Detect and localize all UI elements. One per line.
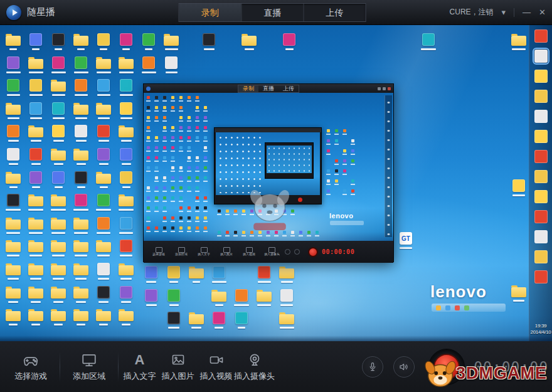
desktop-icon: [72, 286, 90, 303]
microphone-icon: [367, 361, 378, 373]
text-icon: A: [135, 351, 145, 369]
watermark-text: 3DMGAME: [456, 364, 547, 383]
desktop-icon: [509, 179, 528, 196]
desktop-icon: [94, 240, 113, 257]
select-game-button[interactable]: 选择游戏: [4, 345, 58, 389]
desktop-icon: [72, 309, 90, 326]
desktop-icon: [26, 125, 45, 142]
insert-video-button[interactable]: 插入视频: [197, 345, 235, 389]
desktop-icon: [187, 266, 206, 283]
desktop-icon: [4, 125, 23, 142]
desktop-icon: [72, 148, 90, 165]
desktop-icon: [277, 289, 296, 306]
desktop-icon: [49, 56, 68, 73]
app-title: 随星播: [27, 6, 55, 18]
desktop-icon: [164, 289, 183, 306]
desktop-icon: [26, 102, 45, 119]
desktop-icon: [94, 33, 113, 50]
desktop-icon: [49, 217, 68, 234]
desktop-icon: [26, 240, 45, 257]
capture-preview: GT lenovo 录制 直播 上传: [0, 25, 552, 341]
dock-icon: [534, 70, 548, 83]
desktop-icon: [117, 217, 135, 234]
desktop-icon: [117, 286, 135, 303]
microphone-button[interactable]: [362, 356, 383, 378]
gt-icon: GT: [400, 232, 412, 245]
desktop-icon: [117, 309, 135, 326]
mascot-watermark-icon: [243, 183, 297, 239]
account-logout-link[interactable]: CURE，注销: [450, 7, 494, 18]
desktop-icon: [164, 312, 183, 329]
monitor-icon: [80, 351, 98, 369]
nested-lenovo-widget: [330, 221, 364, 225]
nested-timer: 00:00:00: [322, 248, 354, 255]
insert-video-label: 插入视频: [200, 371, 233, 382]
desktop-icon: [162, 33, 181, 50]
desktop-icon: [94, 263, 113, 280]
close-button[interactable]: ✕: [539, 8, 546, 18]
desktop-icon: [72, 194, 90, 211]
tab-upload[interactable]: 上传: [304, 4, 366, 21]
desktop-icon: [117, 148, 135, 165]
desktop-icon: [26, 286, 45, 303]
nested-right-dock: [385, 95, 392, 237]
desktop-icon: [72, 79, 90, 96]
dock-clock-date: 2014/4/10: [529, 329, 552, 336]
desktop-icon: [49, 102, 68, 119]
desktop-icon: [117, 79, 135, 96]
desktop-icon: [232, 289, 251, 306]
nested-record-button: [308, 247, 318, 257]
desktop-icon: [117, 194, 135, 211]
desktop-icon: [49, 240, 68, 257]
image-icon: [170, 351, 186, 369]
desktop-icon: [94, 217, 113, 234]
desktop-icon: [26, 79, 45, 96]
desktop-icon: [117, 125, 135, 142]
dropdown-icon[interactable]: ▾: [502, 8, 506, 18]
insert-text-label: 插入文字: [124, 371, 156, 382]
insert-text-button[interactable]: A 插入文字: [120, 345, 159, 389]
desktop-icon: [94, 148, 113, 165]
desktop-icon: [117, 240, 135, 257]
desktop-icon: [4, 240, 23, 257]
speaker-icon: [398, 361, 410, 373]
nested-toolbar: 选择游戏 添加区域 插入文字 插入图片 插入视频 插入摄像头 00:00:00: [144, 241, 393, 263]
desktop-icon: [210, 312, 228, 329]
desktop-icon: [26, 263, 45, 280]
desktop-icon: [26, 217, 45, 234]
dock-icon: [534, 50, 548, 63]
desktop-icon: [164, 266, 183, 283]
desktop-icon: [49, 79, 68, 96]
desktop-icon: [94, 171, 113, 188]
toolbar-separator: [60, 352, 60, 382]
speaker-button[interactable]: [393, 356, 415, 378]
desktop-icon: [162, 56, 181, 73]
desktop-icon: [4, 171, 23, 188]
desktop-icon: [72, 240, 90, 257]
desktop-icon: [117, 56, 135, 73]
dock-icon: [534, 90, 548, 103]
add-region-button[interactable]: 添加区域: [62, 345, 116, 389]
3dmgame-watermark: 3DMGAME: [422, 355, 547, 391]
tab-live[interactable]: 直播: [242, 4, 304, 21]
select-game-label: 选择游戏: [14, 371, 47, 382]
tab-record[interactable]: 录制: [179, 4, 242, 21]
desktop-icon: [72, 217, 90, 234]
nested-preview: lenovo: [144, 93, 393, 241]
desktop-icon: [26, 309, 45, 326]
minimize-button[interactable]: —: [523, 8, 531, 18]
webcam-icon: [247, 351, 263, 369]
third-level-record-icon: [298, 198, 302, 202]
right-dock-icons: [529, 29, 552, 283]
desktop-icon: [49, 33, 68, 50]
desktop-icon: [94, 79, 113, 96]
desktop-icon: [49, 263, 68, 280]
nested-app-logo-icon: [146, 87, 151, 91]
insert-image-button[interactable]: 插入图片: [159, 345, 197, 389]
right-dock: 19:39 2014/4/10: [529, 25, 552, 341]
titlebar-separator: [514, 8, 514, 17]
nested-titlebar: 录制 直播 上传: [144, 84, 393, 93]
desktop-icon: [4, 56, 23, 73]
insert-camera-button[interactable]: 插入摄像头: [235, 345, 273, 389]
dock-icon: [534, 230, 548, 243]
